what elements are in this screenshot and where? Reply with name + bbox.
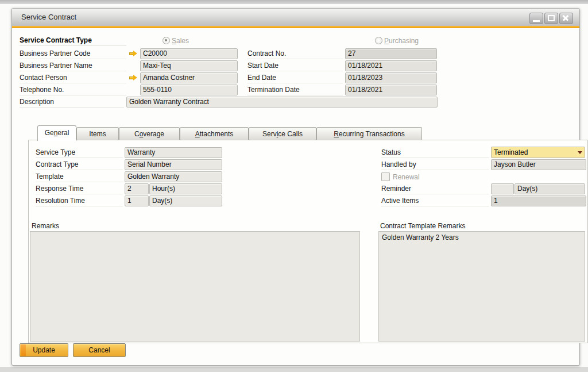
response-time-unit-field[interactable]: Hour(s)	[149, 183, 222, 194]
template-field[interactable]: Golden Warranty	[125, 171, 222, 182]
contract-template-remarks-textarea[interactable]: Golden Warranty 2 Years	[378, 231, 585, 342]
contract-type-field[interactable]: Serial Number	[125, 159, 222, 170]
title-bar[interactable]: Service Contract	[12, 9, 579, 26]
title-accent-bar	[12, 26, 579, 28]
radio-purchasing-label: Purchasing	[384, 37, 419, 45]
description-label: Description	[20, 98, 124, 108]
status-dropdown[interactable]: Terminated	[491, 147, 585, 158]
service-contract-type-label: Service Contract Type	[20, 36, 126, 46]
end-date-field[interactable]: 01/18/2023	[345, 72, 437, 83]
contract-type-label: Contract Type	[36, 160, 123, 170]
service-contract-window: Service Contract Service Contract Type S…	[11, 8, 580, 366]
service-type-label: Service Type	[36, 148, 123, 158]
telephone-no-label: Telephone No.	[20, 86, 126, 95]
dropdown-arrow-icon	[578, 151, 582, 154]
start-date-label: Start Date	[247, 62, 343, 71]
close-button[interactable]	[559, 13, 573, 24]
start-date-field[interactable]: 01/18/2021	[345, 60, 437, 71]
contract-template-remarks-label: Contract Template Remarks	[380, 222, 466, 231]
radio-purchasing	[375, 37, 382, 44]
business-partner-name-label: Business Partner Name	[20, 62, 126, 71]
telephone-no-field[interactable]: 555-0110	[140, 85, 238, 95]
tab-items[interactable]: Items	[76, 127, 119, 140]
resolution-time-value-field[interactable]: 1	[125, 195, 149, 206]
maximize-icon	[548, 15, 555, 21]
renewal-label: Renewal	[393, 173, 420, 181]
template-label: Template	[36, 172, 123, 182]
checkbox-renewal	[381, 172, 390, 181]
active-items-field: 1	[491, 195, 586, 206]
tab-service-calls[interactable]: Service Calls	[249, 127, 316, 140]
contract-no-label: Contract No.	[247, 49, 343, 59]
termination-date-field[interactable]: 01/18/2021	[345, 85, 437, 95]
resolution-time-unit-field[interactable]: Day(s)	[149, 195, 222, 206]
contract-no-field: 27	[345, 48, 437, 59]
minimize-icon	[533, 20, 540, 22]
description-field[interactable]: Golden Warranty Contract	[126, 97, 438, 108]
link-arrow-icon[interactable]	[129, 75, 137, 81]
resolution-time-label: Resolution Time	[36, 197, 123, 206]
reminder-unit-field[interactable]: Day(s)	[514, 183, 585, 194]
reminder-label: Reminder	[381, 185, 489, 194]
focus-stripe	[21, 344, 26, 356]
update-button[interactable]: Update	[20, 343, 68, 357]
remarks-textarea[interactable]	[30, 231, 360, 342]
general-tab-panel: Service Type Warranty Contract Type Seri…	[28, 140, 588, 343]
maximize-button[interactable]	[544, 13, 558, 24]
termination-date-label: Termination Date	[247, 86, 343, 95]
business-partner-code-field[interactable]: C20000	[140, 48, 238, 59]
contact-person-field[interactable]: Amanda Costner	[140, 72, 238, 83]
response-time-value-field[interactable]: 2	[125, 183, 149, 194]
link-arrow-icon[interactable]	[129, 51, 137, 57]
desktop-top-strip	[0, 0, 588, 4]
business-partner-name-field[interactable]: Maxi-Teq	[140, 60, 238, 71]
status-label: Status	[381, 148, 489, 158]
business-partner-code-label: Business Partner Code	[20, 49, 126, 59]
tab-coverage[interactable]: Coverage	[119, 127, 180, 140]
service-type-field[interactable]: Warranty	[125, 147, 222, 158]
cancel-button[interactable]: Cancel	[73, 343, 126, 357]
remarks-label: Remarks	[32, 222, 59, 231]
tab-attachments[interactable]: Attachments	[180, 127, 249, 140]
desktop-bottom-strip	[0, 367, 588, 372]
reminder-value-field[interactable]	[491, 183, 514, 194]
tab-recurring-transactions[interactable]: Recurring Transactions	[316, 127, 422, 140]
handled-by-field[interactable]: Jayson Butler	[491, 159, 586, 170]
contact-person-label: Contact Person	[20, 74, 126, 83]
active-items-label: Active Items	[381, 197, 489, 206]
radio-sales	[163, 37, 170, 44]
radio-sales-label: Sales	[172, 37, 189, 45]
window-title: Service Contract	[21, 13, 76, 21]
screen: Service Contract Service Contract Type S…	[0, 0, 588, 372]
tab-general[interactable]: General	[37, 125, 76, 141]
handled-by-label: Handled by	[381, 160, 489, 170]
end-date-label: End Date	[247, 74, 343, 83]
response-time-label: Response Time	[36, 185, 123, 194]
minimize-button[interactable]	[529, 13, 543, 24]
